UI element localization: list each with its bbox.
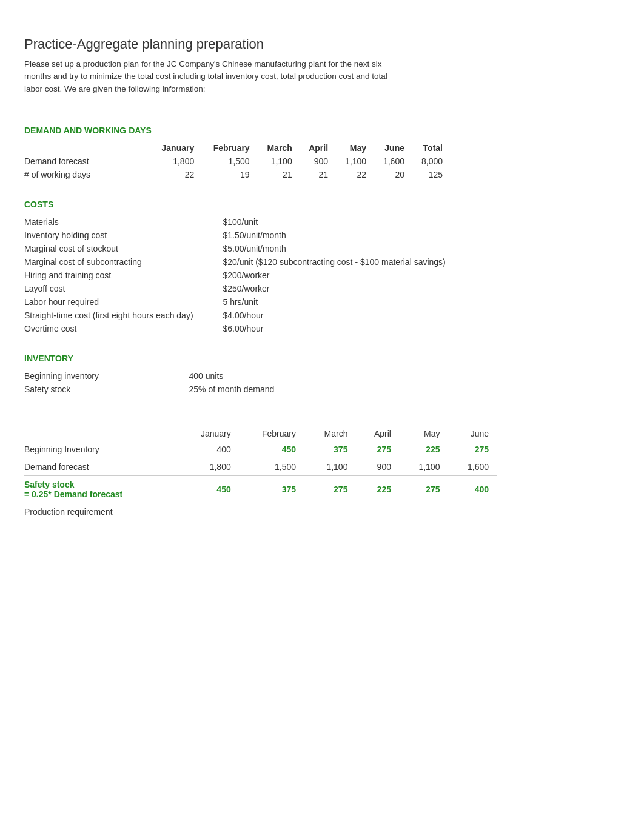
bottom-row-value: 1,600 — [448, 458, 497, 475]
inventory-label: Safety stock — [24, 383, 186, 396]
demand-col-jan: January — [149, 141, 200, 155]
bottom-row: Demand forecast1,8001,5001,1009001,1001,… — [24, 458, 497, 475]
inventory-row: Beginning inventory400 units — [24, 369, 297, 383]
demand-row-value: 1,600 — [372, 155, 411, 168]
cost-value: $100/unit — [219, 215, 479, 229]
demand-col-apr: April — [298, 141, 334, 155]
cost-value: $6.00/hour — [219, 322, 479, 335]
bottom-col-header — [24, 426, 179, 441]
bottom-header-row: JanuaryFebruaryMarchAprilMayJune — [24, 426, 497, 441]
bottom-col-header: June — [448, 426, 497, 441]
bottom-row: Safety stock= 0.25* Demand forecast45037… — [24, 475, 497, 503]
page-title: Practice-Aggregate planning preparation — [24, 36, 620, 52]
bottom-col-header: January — [179, 426, 239, 441]
demand-row-value: 8,000 — [411, 155, 449, 168]
bottom-row-value — [356, 503, 400, 520]
bottom-row-value: 225 — [356, 475, 400, 503]
bottom-row-value: 225 — [400, 441, 449, 458]
demand-row-value: 1,100 — [334, 155, 372, 168]
bottom-col-header: February — [240, 426, 304, 441]
cost-label: Straight-time cost (first eight hours ea… — [24, 309, 219, 322]
inventory-value: 25% of month demand — [186, 383, 298, 396]
bottom-row-value: 1,100 — [304, 458, 356, 475]
demand-col-mar: March — [256, 141, 298, 155]
costs-table: Materials$100/unitInventory holding cost… — [24, 215, 479, 335]
cost-row: Materials$100/unit — [24, 215, 479, 229]
bottom-row-value: 900 — [356, 458, 400, 475]
bottom-row-value — [240, 503, 304, 520]
cost-label: Hiring and training cost — [24, 269, 219, 282]
demand-col-may: May — [334, 141, 372, 155]
bottom-row-label: Beginning Inventory — [24, 441, 179, 458]
demand-col-feb: February — [200, 141, 255, 155]
bottom-col-header: May — [400, 426, 449, 441]
bottom-row-label: Demand forecast — [24, 458, 179, 475]
cost-value: $200/worker — [219, 269, 479, 282]
bottom-row-value: 1,500 — [240, 458, 304, 475]
bottom-row-value — [400, 503, 449, 520]
demand-row-value: 1,100 — [256, 155, 298, 168]
demand-col-total: Total — [411, 141, 449, 155]
bottom-col-header: March — [304, 426, 356, 441]
cost-row: Layoff cost$250/worker — [24, 282, 479, 295]
demand-col-jun: June — [372, 141, 411, 155]
demand-row-value: 900 — [298, 155, 334, 168]
demand-row-value: 21 — [256, 168, 298, 181]
demand-header-row: January February March April May June To… — [24, 141, 449, 155]
cost-row: Overtime cost$6.00/hour — [24, 322, 479, 335]
bottom-row: Production requirement — [24, 503, 497, 520]
cost-value: $20/unit ($120 subcontracting cost - $10… — [219, 255, 479, 269]
demand-row: Demand forecast1,8001,5001,1009001,1001,… — [24, 155, 449, 168]
inventory-value: 400 units — [186, 369, 298, 383]
bottom-row-value: 375 — [240, 475, 304, 503]
bottom-row-value: 275 — [304, 475, 356, 503]
cost-label: Materials — [24, 215, 219, 229]
costs-section-title: COSTS — [24, 200, 620, 209]
cost-value: $4.00/hour — [219, 309, 479, 322]
bottom-section: JanuaryFebruaryMarchAprilMayJune Beginni… — [24, 426, 620, 520]
demand-row-value: 20 — [372, 168, 411, 181]
bottom-table: JanuaryFebruaryMarchAprilMayJune Beginni… — [24, 426, 497, 520]
demand-table: January February March April May June To… — [24, 141, 449, 181]
inventory-section-title: INVENTORY — [24, 354, 620, 363]
demand-row-value: 125 — [411, 168, 449, 181]
cost-row: Straight-time cost (first eight hours ea… — [24, 309, 479, 322]
demand-row-value: 21 — [298, 168, 334, 181]
demand-row-label: # of working days — [24, 168, 149, 181]
demand-row-value: 1,500 — [200, 155, 255, 168]
cost-label: Marginal cost of stockout — [24, 242, 219, 255]
cost-row: Marginal cost of subcontracting$20/unit … — [24, 255, 479, 269]
cost-value: 5 hrs/unit — [219, 295, 479, 309]
safety-label-line2: = 0.25* Demand forecast — [24, 489, 122, 499]
inventory-label: Beginning inventory — [24, 369, 186, 383]
demand-row-value: 22 — [334, 168, 372, 181]
demand-row-value: 1,800 — [149, 155, 200, 168]
demand-section-title: DEMAND AND WORKING DAYS — [24, 126, 620, 135]
bottom-row-value: 400 — [448, 475, 497, 503]
bottom-row-value — [448, 503, 497, 520]
cost-row: Inventory holding cost$1.50/unit/month — [24, 229, 479, 242]
bottom-row-value: 450 — [179, 475, 239, 503]
bottom-row-value: 275 — [400, 475, 449, 503]
bottom-row-value — [304, 503, 356, 520]
cost-label: Inventory holding cost — [24, 229, 219, 242]
cost-row: Hiring and training cost$200/worker — [24, 269, 479, 282]
demand-row: # of working days221921212220125 — [24, 168, 449, 181]
bottom-row-value: 1,800 — [179, 458, 239, 475]
bottom-row: Beginning Inventory400450375275225275 — [24, 441, 497, 458]
cost-label: Layoff cost — [24, 282, 219, 295]
inventory-section: INVENTORY Beginning inventory400 unitsSa… — [24, 354, 620, 396]
cost-row: Labor hour required5 hrs/unit — [24, 295, 479, 309]
bottom-row-value: 450 — [240, 441, 304, 458]
cost-value: $5.00/unit/month — [219, 242, 479, 255]
demand-row-value: 19 — [200, 168, 255, 181]
demand-section: DEMAND AND WORKING DAYS January February… — [24, 126, 620, 181]
bottom-row-value: 275 — [356, 441, 400, 458]
bottom-col-header: April — [356, 426, 400, 441]
bottom-row-value: 400 — [179, 441, 239, 458]
bottom-row-value: 375 — [304, 441, 356, 458]
intro-text: Please set up a production plan for the … — [24, 58, 388, 95]
demand-col-label — [24, 141, 149, 155]
demand-row-label: Demand forecast — [24, 155, 149, 168]
demand-row-value: 22 — [149, 168, 200, 181]
